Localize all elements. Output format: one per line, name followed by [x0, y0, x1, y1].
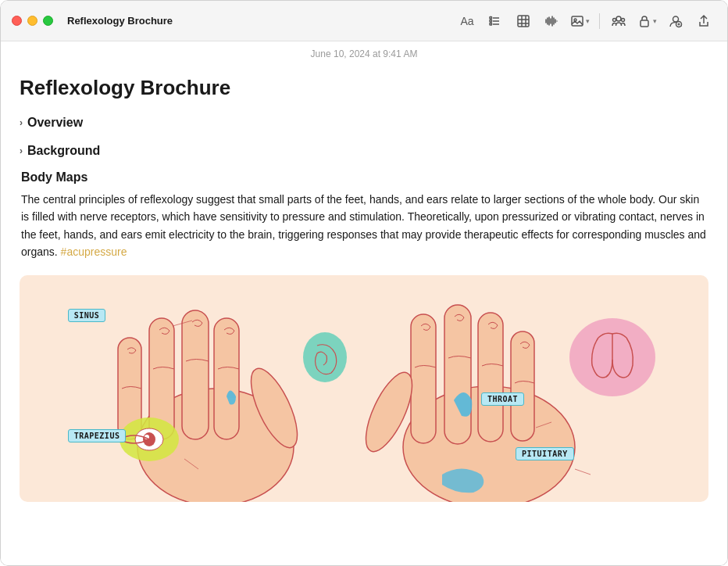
toolbar: Aa [455, 9, 716, 34]
document-content[interactable]: Reflexology Brochure › Overview › Backgr… [1, 66, 727, 565]
collaborate-icon [612, 14, 626, 28]
collaborate-button[interactable] [606, 9, 631, 34]
profile-icon [669, 14, 683, 28]
svg-rect-5 [490, 23, 492, 25]
audio-button[interactable] [539, 9, 564, 34]
body-maps-title: Body Maps [21, 170, 708, 184]
svg-rect-36 [511, 331, 534, 441]
main-window: Reflexology Brochure Aa [0, 0, 728, 566]
body-maps-section: Body Maps The central principles of refl… [21, 170, 708, 261]
share-button[interactable] [691, 9, 716, 34]
table-icon [516, 14, 530, 28]
audio-icon [544, 14, 558, 28]
svg-point-31 [303, 332, 347, 382]
maximize-button[interactable] [43, 16, 53, 26]
trapezius-label: TRAPEZIUS [68, 429, 127, 442]
lock-button[interactable]: ▾ [634, 9, 660, 34]
media-button[interactable]: ▾ [567, 9, 593, 34]
svg-point-15 [613, 18, 616, 21]
date-bar: June 10, 2024 at 9:41 AM [1, 41, 727, 66]
lock-dropdown-chevron: ▾ [653, 17, 657, 25]
svg-point-16 [622, 18, 625, 21]
svg-rect-12 [572, 16, 583, 26]
svg-rect-24 [182, 310, 209, 439]
overview-title: Overview [27, 116, 83, 130]
close-button[interactable] [12, 16, 22, 26]
list-icon [488, 14, 502, 28]
svg-rect-33 [411, 314, 436, 443]
share-icon [697, 14, 711, 28]
background-section-header[interactable]: › Background [20, 142, 708, 159]
background-title: Background [27, 144, 100, 158]
pituitary-label: PITUITARY [516, 447, 574, 460]
media-icon [570, 14, 584, 28]
svg-rect-17 [641, 20, 648, 27]
body-maps-text: The central principles of reflexology su… [21, 191, 708, 261]
overview-section-header[interactable]: › Overview [20, 114, 708, 131]
window-title: Reflexology Brochure [67, 15, 173, 27]
table-button[interactable] [511, 9, 536, 34]
svg-rect-4 [490, 20, 492, 22]
hand-illustration-svg [20, 275, 708, 502]
divider-1 [599, 13, 600, 29]
titlebar: Reflexology Brochure Aa [1, 1, 727, 41]
background-chevron: › [20, 145, 23, 156]
outline-button[interactable] [483, 9, 508, 34]
media-dropdown-chevron: ▾ [586, 17, 590, 25]
lock-icon [637, 14, 651, 28]
svg-point-14 [616, 16, 621, 21]
traffic-lights [12, 16, 53, 26]
svg-rect-25 [214, 318, 239, 439]
svg-rect-6 [518, 16, 529, 27]
hand-illustration-container: SINUS TRAPEZIUS THROAT PITUITARY [20, 275, 708, 502]
svg-rect-34 [444, 305, 471, 444]
minimize-button[interactable] [27, 16, 37, 26]
user-profile-button[interactable] [663, 9, 688, 34]
throat-label: THROAT [481, 392, 524, 406]
document-title: Reflexology Brochure [20, 76, 708, 100]
svg-point-18 [673, 16, 679, 22]
overview-chevron: › [20, 117, 23, 128]
sinus-label: SINUS [68, 309, 106, 322]
font-button[interactable]: Aa [455, 9, 480, 34]
svg-rect-35 [478, 313, 503, 442]
document-date: June 10, 2024 at 9:41 AM [311, 48, 418, 59]
hashtag[interactable]: #acupressure [61, 245, 127, 258]
svg-rect-3 [490, 16, 492, 19]
